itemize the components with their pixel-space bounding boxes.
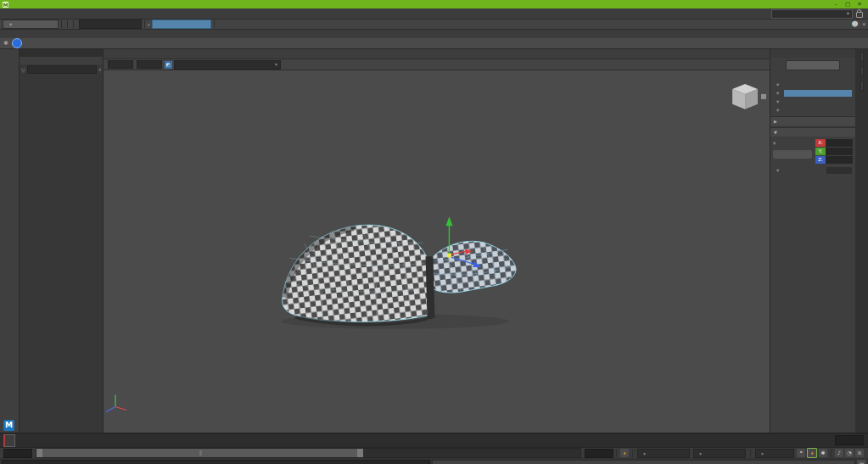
range-slider-track[interactable] — [36, 448, 581, 458]
status-line: ▾ ▾ ☻ ▾ — [0, 20, 868, 30]
range-slider-bar[interactable] — [36, 449, 363, 457]
playback-options-icon[interactable]: ❝ — [797, 449, 805, 457]
main-area: M ▽ ▾ ◩ ▾ — [0, 49, 868, 433]
set-key-icon[interactable]: ⬧ — [620, 449, 629, 457]
y-value-field[interactable] — [826, 148, 853, 155]
playback-controls — [833, 433, 868, 447]
x-axis-row: X: — [815, 139, 853, 147]
current-frame-marker[interactable] — [3, 434, 15, 447]
chevron-down-icon: ▾ — [9, 21, 12, 28]
filter-icon[interactable]: ▽ — [21, 67, 25, 73]
chevron-down-icon: ▾ — [761, 450, 764, 456]
multi-component-button[interactable] — [786, 60, 840, 70]
timeline-ticks[interactable] — [22, 433, 833, 447]
toolbox: M — [0, 49, 20, 433]
axis-orientation-dropdown[interactable]: ▾ — [773, 139, 812, 147]
maya-window: M – ▢ ✕ ▾ ▾ ▾ — [0, 0, 868, 464]
color-management-icon[interactable]: ◩ — [165, 61, 172, 69]
y-axis-chip: Y: — [815, 148, 826, 155]
search-input[interactable] — [27, 65, 98, 74]
modeling-toolkit-panel: ▾ ▾ ▾ ▾ ▶ — [770, 49, 855, 433]
chevron-down-icon: ▾ — [275, 62, 277, 67]
outliner-tree — [20, 75, 103, 433]
main-menubar: ▾ — [0, 8, 868, 20]
timeline-start — [0, 433, 22, 447]
step-size-field[interactable] — [826, 167, 852, 174]
account-menu[interactable]: ☻ ▾ — [851, 20, 865, 28]
live-surface-field[interactable] — [79, 20, 142, 29]
maximize-button[interactable]: ▢ — [842, 1, 854, 8]
component-mode-icons — [770, 72, 855, 76]
right-sidebar-tabs — [855, 49, 868, 433]
auto-key-icon[interactable]: ⬧ — [807, 448, 817, 458]
range-center-handle[interactable] — [199, 450, 202, 456]
tab-channel-box[interactable] — [860, 52, 864, 62]
chevron-down-icon: ▾ — [643, 450, 646, 456]
minimize-button[interactable]: – — [830, 1, 842, 8]
range-end-handle[interactable] — [357, 449, 363, 457]
script-editor-icon[interactable]: ▤ — [857, 460, 866, 464]
shelf-editor-icon[interactable]: ✱ — [3, 40, 8, 47]
anim-layer-dropdown[interactable]: ▾ — [693, 449, 746, 458]
step-snap-row[interactable]: ▾ — [770, 164, 855, 175]
transform-constraint-row[interactable]: ▾ — [770, 106, 855, 115]
z-value-field[interactable] — [826, 156, 853, 164]
animation-end-field[interactable] — [585, 449, 613, 458]
exposure-field[interactable] — [108, 60, 133, 69]
chevron-down-icon: ▾ — [776, 81, 779, 88]
camera-based-selection-row[interactable]: ▾ — [770, 81, 855, 89]
symmetry-field[interactable] — [152, 20, 211, 29]
viewport-panel: ◩ ▾ — [104, 49, 770, 433]
y-axis-row: Y: — [815, 148, 853, 155]
maya-logo-icon[interactable]: M — [3, 420, 14, 431]
chevron-down-icon: ▾ — [776, 107, 779, 114]
workspace-lock-icon[interactable] — [856, 12, 863, 18]
3d-scene — [104, 70, 770, 431]
symmetry-dropdown-icon[interactable]: ▾ — [148, 22, 150, 27]
selection-constraint-row[interactable]: ▾ — [770, 98, 855, 106]
character-set-dropdown[interactable]: ▾ — [637, 449, 690, 458]
outliner-search-row: ▽ ▾ — [20, 64, 103, 75]
command-line: ▤ — [0, 458, 868, 464]
viewport-menubar — [104, 49, 770, 59]
tab-attribute-editor[interactable] — [860, 66, 864, 76]
chevron-down-icon: ▾ — [862, 21, 865, 28]
anim-prefs-icon[interactable]: ✱ — [819, 449, 827, 457]
chevron-down-icon[interactable]: ▾ — [98, 67, 101, 72]
chevron-right-icon: ▶ — [774, 119, 777, 124]
symmetry-value-field[interactable] — [784, 90, 852, 97]
quadremesh-shelf-item[interactable] — [12, 38, 22, 48]
x-value-field[interactable] — [826, 139, 853, 147]
time-slider[interactable] — [0, 433, 868, 447]
app-icon: M — [3, 2, 8, 8]
colorspace-dropdown[interactable]: ▾ — [174, 60, 281, 70]
x-axis-chip: X: — [815, 139, 826, 147]
close-button[interactable]: ✕ — [854, 1, 865, 8]
move-settings-body: ▾ X: Y: Z: — [770, 137, 855, 164]
mute-icon[interactable]: ♪ — [835, 449, 843, 457]
soft-selection-header[interactable]: ▶ — [770, 116, 855, 126]
move-settings-header[interactable]: ▼ — [770, 127, 855, 137]
viewport-canvas[interactable] — [104, 70, 770, 433]
clock-icon[interactable]: ◔ — [845, 449, 854, 457]
outliner-title — [20, 49, 103, 57]
edit-pivot-button[interactable] — [773, 150, 812, 159]
playback-start-field[interactable] — [3, 449, 32, 458]
symmetry-row[interactable]: ▾ — [770, 89, 855, 98]
chevron-down-icon: ▾ — [776, 98, 779, 105]
viewcube-home-icon[interactable] — [761, 94, 766, 99]
current-frame-field[interactable] — [835, 435, 864, 445]
mel-command-input[interactable] — [2, 460, 430, 464]
chevron-down-icon: ▾ — [776, 90, 779, 97]
gamma-field[interactable] — [137, 60, 162, 69]
toolkit-menus — [770, 49, 855, 58]
workspace-dropdown[interactable]: ▾ — [771, 9, 853, 19]
viewport-hud — [104, 420, 770, 426]
range-slider-row: ⬧ ▾ ▾ ▾ ❝ ⬧ ✱ ♪ ◔ ≋ — [0, 447, 868, 458]
cache-icon[interactable]: ≋ — [855, 449, 864, 457]
range-start-handle[interactable] — [36, 449, 42, 457]
menu-set-dropdown[interactable]: ▾ — [3, 20, 59, 29]
user-avatar-icon: ☻ — [851, 20, 858, 28]
tab-modeling-toolkit[interactable] — [860, 81, 864, 91]
fps-dropdown[interactable]: ▾ — [755, 449, 794, 458]
